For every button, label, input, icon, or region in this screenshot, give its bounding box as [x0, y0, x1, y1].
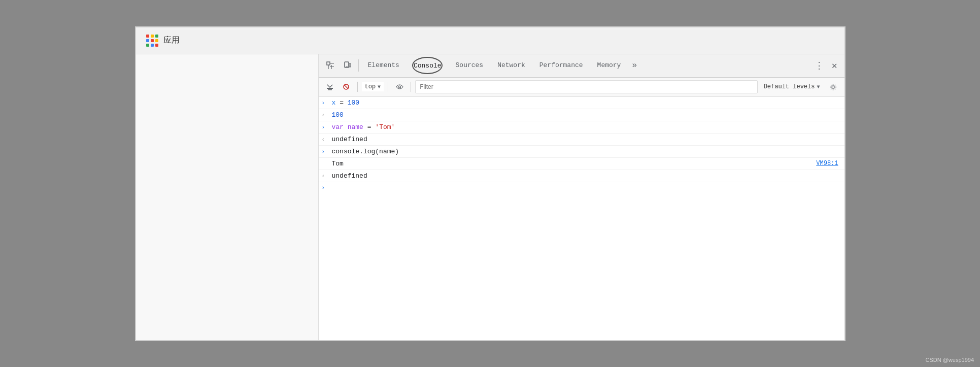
console-line-7: ‹ undefined — [319, 170, 844, 182]
devtools-panel: Elements Console Sources Network Perform… — [319, 54, 844, 340]
app-title: 应用 — [163, 35, 180, 46]
toolbar-separator-2 — [388, 82, 388, 92]
tab-sources[interactable]: Sources — [449, 54, 491, 78]
console-output: › x = 100 ‹ 100 › — [319, 97, 844, 340]
watermark: CSDN @wusp1994 — [925, 357, 974, 363]
console-line-3: › var name = 'Tom' — [319, 121, 844, 134]
tab-memory[interactable]: Memory — [590, 54, 628, 78]
log-indent: › — [322, 161, 328, 167]
tab-console[interactable]: Console — [407, 54, 449, 78]
stop-recording-button[interactable] — [339, 80, 353, 94]
svg-point-10 — [832, 86, 834, 88]
filter-input-wrap — [415, 80, 758, 93]
devtools-tabs: Elements Console Sources Network Perform… — [319, 54, 844, 78]
svg-rect-5 — [327, 88, 333, 89]
device-icon[interactable] — [339, 57, 356, 74]
tab-performance[interactable]: Performance — [532, 54, 590, 78]
svg-point-9 — [398, 86, 400, 88]
svg-rect-0 — [327, 62, 330, 65]
default-levels-selector[interactable]: Default levels ▼ — [760, 82, 824, 91]
output-arrow-4: ‹ — [322, 137, 328, 143]
context-selector[interactable]: top ▼ — [362, 82, 384, 91]
svg-marker-4 — [327, 84, 332, 88]
inspect-icon[interactable] — [322, 57, 339, 74]
settings-button[interactable] — [826, 80, 840, 94]
input-arrow-5: › — [322, 149, 328, 155]
svg-rect-6 — [328, 89, 332, 90]
prompt-arrow: › — [322, 185, 328, 191]
output-arrow-2: ‹ — [322, 112, 328, 118]
console-line-6: › Tom VM98:1 — [319, 158, 844, 170]
console-line-2: ‹ 100 — [319, 109, 844, 121]
console-line-1: › x = 100 — [319, 97, 844, 109]
tab-network[interactable]: Network — [490, 54, 532, 78]
clear-console-button[interactable] — [323, 80, 337, 94]
app-grid-icon[interactable] — [146, 35, 158, 47]
vm-link[interactable]: VM98:1 — [816, 160, 838, 167]
input-arrow-1: › — [322, 100, 328, 106]
devtools-menu-button[interactable]: ⋮ — [810, 54, 828, 78]
tab-separator-1 — [358, 59, 359, 72]
console-line-5: › console.log(name) — [319, 146, 844, 158]
more-tabs-button[interactable]: » — [628, 54, 641, 78]
context-arrow-icon: ▼ — [378, 84, 381, 90]
filter-input[interactable] — [420, 83, 753, 90]
left-panel — [136, 54, 319, 340]
svg-line-8 — [344, 85, 348, 89]
levels-arrow-icon: ▼ — [817, 84, 820, 90]
svg-rect-2 — [349, 63, 351, 67]
console-prompt-line[interactable]: › — [319, 182, 844, 193]
console-toolbar: top ▼ Default levels ▼ — [319, 78, 844, 97]
tab-elements[interactable]: Elements — [361, 54, 407, 78]
output-arrow-7: ‹ — [322, 173, 328, 179]
devtools-close-button[interactable]: ✕ — [828, 54, 841, 78]
toolbar-separator-3 — [411, 82, 411, 92]
input-arrow-3: › — [322, 124, 328, 130]
console-line-4: ‹ undefined — [319, 134, 844, 146]
toolbar-separator-1 — [357, 82, 358, 92]
eye-button[interactable] — [392, 80, 407, 94]
